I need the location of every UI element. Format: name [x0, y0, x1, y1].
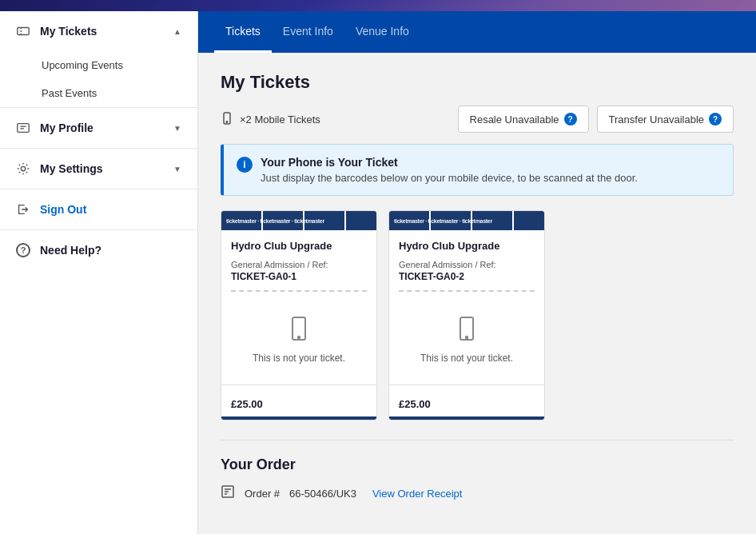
not-your-ticket-2: This is not your ticket.	[420, 353, 513, 364]
order-label: Order #	[245, 488, 280, 500]
ticket-bottom-bar-1	[221, 416, 376, 420]
transfer-help-icon[interactable]: ?	[709, 113, 722, 126]
transfer-unavailable-button[interactable]: Transfer Unavailable ?	[597, 106, 734, 133]
header-gradient-bar	[0, 0, 756, 11]
svg-point-7	[226, 121, 228, 122]
ticket-ref-1: TICKET-GA0-1	[231, 271, 367, 282]
ticket-phone-area-1: This is not your ticket.	[231, 300, 367, 375]
mobile-icon	[221, 112, 233, 127]
ticket-ga-label-2: General Admission / Ref:	[399, 260, 535, 269]
sidebar-item-my-settings-label: My Settings	[40, 162, 103, 175]
content-area: Tickets Event Info Venue Info My Tickets…	[198, 11, 756, 534]
ticket-toolbar: ×2 Mobile Tickets Resale Unavailable ? T…	[221, 106, 734, 133]
tm-logo-2: ticketmaster · ticketmaster · ticketmast…	[394, 218, 492, 224]
svg-point-5	[21, 166, 25, 170]
not-your-ticket-1: This is not your ticket.	[253, 353, 345, 364]
tabs-bar: Tickets Event Info Venue Info	[198, 11, 756, 53]
ticket-ref-2: TICKET-GA0-2	[399, 271, 535, 282]
info-banner-title: Your Phone is Your Ticket	[261, 156, 720, 169]
info-banner-subtitle: Just display the barcodes below on your …	[261, 172, 720, 184]
ticket-event-name-2: Hydro Club Upgrade	[399, 240, 535, 252]
help-icon: ?	[16, 243, 30, 257]
ticket-actions: Resale Unavailable ? Transfer Unavailabl…	[458, 106, 734, 133]
your-order-title: Your Order	[221, 456, 734, 473]
svg-rect-0	[18, 28, 29, 35]
your-order-section: Your Order Order # 66-50466/UK3 View Ord…	[221, 440, 734, 502]
ticket-price-1: £25.00	[221, 392, 376, 416]
ticket-divider-2	[399, 290, 535, 292]
phone-icon-2	[457, 316, 476, 346]
info-icon: i	[237, 157, 253, 173]
ticket-bottom-bar-2	[389, 416, 544, 420]
info-banner: i Your Phone is Your Ticket Just display…	[221, 144, 734, 196]
receipt-icon	[221, 484, 235, 502]
resale-help-icon[interactable]: ?	[564, 113, 577, 126]
sidebar-sub-upcoming-events[interactable]: Upcoming Events	[0, 51, 197, 79]
ticket-price-2: £25.00	[389, 392, 544, 416]
signout-icon	[16, 202, 30, 217]
need-help-label: Need Help?	[40, 244, 101, 257]
ticket-ga-label-1: General Admission / Ref:	[231, 260, 367, 269]
chevron-down-icon-profile: ▼	[173, 124, 181, 133]
tab-event-info[interactable]: Event Info	[272, 12, 344, 53]
need-help-item[interactable]: ? Need Help?	[0, 230, 197, 270]
sidebar-item-my-profile[interactable]: My Profile ▼	[0, 108, 197, 148]
info-text-block: Your Phone is Your Ticket Just display t…	[261, 156, 720, 184]
tickets-row: ticketmaster · ticketmaster · ticketmast…	[221, 210, 734, 420]
mobile-tickets-label-text: ×2 Mobile Tickets	[240, 114, 320, 126]
svg-point-9	[298, 337, 300, 338]
ticket-event-name-1: Hydro Club Upgrade	[231, 240, 367, 252]
sidebar-section-tickets: My Tickets ▲ Upcoming Events Past Events	[0, 11, 197, 108]
ticket-footer-divider-1	[221, 385, 376, 385]
sign-out-label: Sign Out	[40, 203, 86, 216]
ticket-stripe-2: ticketmaster · ticketmaster · ticketmast…	[389, 211, 544, 230]
sidebar-item-my-profile-label: My Profile	[40, 122, 94, 134]
sidebar-item-my-settings[interactable]: My Settings ▼	[0, 149, 197, 189]
sidebar-sub-past-events[interactable]: Past Events	[0, 79, 197, 107]
sign-out-item[interactable]: Sign Out	[0, 189, 197, 230]
chevron-up-icon: ▲	[173, 27, 181, 36]
order-number: 66-50466/UK3	[289, 488, 356, 500]
ticket-card-1: ticketmaster · ticketmaster · ticketmast…	[221, 210, 377, 420]
mobile-tickets-count: ×2 Mobile Tickets	[221, 112, 320, 127]
tab-venue-info[interactable]: Venue Info	[344, 12, 420, 53]
ticket-icon	[16, 24, 30, 38]
transfer-label: Transfer Unavailable	[609, 114, 704, 126]
svg-point-11	[466, 337, 468, 338]
view-order-receipt-link[interactable]: View Order Receipt	[372, 488, 462, 500]
order-row: Order # 66-50466/UK3 View Order Receipt	[221, 484, 734, 502]
tm-logo-1: ticketmaster · ticketmaster · ticketmast…	[226, 218, 324, 224]
ticket-phone-area-2: This is not your ticket.	[399, 300, 535, 375]
ticket-body-1: Hydro Club Upgrade General Admission / R…	[221, 230, 376, 385]
sidebar-section-settings: My Settings ▼	[0, 149, 197, 189]
sidebar-section-profile: My Profile ▼	[0, 108, 197, 149]
profile-icon	[16, 121, 30, 135]
resale-unavailable-button[interactable]: Resale Unavailable ?	[458, 106, 589, 133]
sidebar-item-my-tickets-label: My Tickets	[40, 25, 97, 38]
chevron-down-icon-settings: ▼	[173, 165, 181, 173]
ticket-body-2: Hydro Club Upgrade General Admission / R…	[389, 230, 544, 385]
svg-rect-2	[18, 124, 29, 133]
ticket-stripe-1: ticketmaster · ticketmaster · ticketmast…	[221, 211, 376, 230]
sidebar-item-my-tickets[interactable]: My Tickets ▲	[0, 11, 197, 51]
page-title: My Tickets	[221, 72, 734, 93]
tab-tickets[interactable]: Tickets	[214, 12, 272, 53]
ticket-divider-1	[231, 290, 367, 292]
ticket-footer-divider-2	[389, 385, 544, 385]
content-scroll: My Tickets ×2 Mobile Tickets Resale Unav…	[198, 53, 756, 534]
sidebar: My Tickets ▲ Upcoming Events Past Events	[0, 11, 198, 534]
phone-icon-1	[289, 316, 308, 346]
ticket-card-2: ticketmaster · ticketmaster · ticketmast…	[388, 210, 545, 420]
resale-label: Resale Unavailable	[470, 114, 559, 126]
settings-icon	[16, 161, 30, 176]
